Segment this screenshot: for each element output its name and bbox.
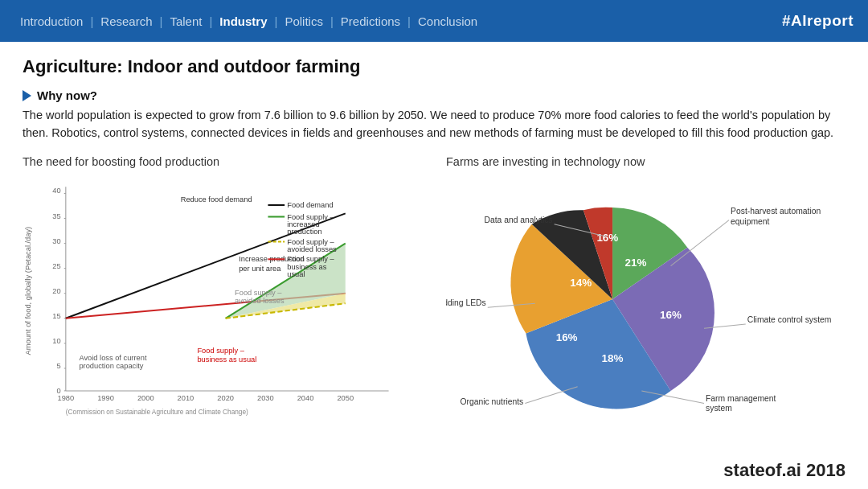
pie-chart-svg: 21% 16% 18% 16% 14% 16% Data and analyti…: [446, 175, 845, 424]
why-now-section: Why now? The world population is expecte…: [23, 88, 845, 142]
pie-chart-container: 21% 16% 18% 16% 14% 16% Data and analyti…: [446, 175, 845, 424]
svg-text:10: 10: [52, 337, 60, 345]
left-chart: The need for boosting food production 0 …: [23, 155, 422, 424]
svg-text:business as usual: business as usual: [197, 355, 256, 364]
svg-text:30: 30: [52, 237, 60, 245]
svg-text:avoided losses: avoided losses: [235, 297, 285, 305]
svg-text:Food supply –: Food supply –: [197, 347, 244, 355]
svg-text:5: 5: [56, 362, 60, 370]
svg-text:production capacity: production capacity: [79, 362, 143, 370]
triangle-icon: [23, 90, 31, 101]
svg-text:18%: 18%: [602, 352, 624, 364]
svg-text:2050: 2050: [337, 394, 354, 402]
svg-text:1990: 1990: [97, 394, 114, 402]
page-title: Agriculture: Indoor and outdoor farming: [23, 56, 845, 77]
charts-row: The need for boosting food production 0 …: [23, 155, 845, 424]
svg-text:16%: 16%: [596, 231, 618, 243]
svg-text:2010: 2010: [178, 394, 194, 402]
svg-text:Data and analytics: Data and analytics: [484, 216, 552, 224]
svg-text:Climate control system: Climate control system: [747, 315, 832, 324]
svg-text:Food supply –: Food supply –: [235, 289, 282, 297]
svg-text:per unit area: per unit area: [239, 265, 281, 273]
svg-text:2030: 2030: [257, 394, 274, 402]
svg-text:equipment: equipment: [731, 217, 769, 226]
svg-text:(Commission on Sustainable Agr: (Commission on Sustainable Agriculture a…: [66, 409, 248, 416]
svg-text:production: production: [287, 228, 321, 236]
svg-text:usual: usual: [287, 270, 305, 278]
svg-text:2000: 2000: [137, 394, 154, 402]
nav-item-talent[interactable]: Talent: [164, 14, 207, 28]
right-chart: Farms are investing in technology now: [446, 155, 845, 424]
svg-text:16%: 16%: [660, 309, 682, 321]
bottom-branding: stateof.ai 2018: [723, 460, 845, 481]
main-content: Agriculture: Indoor and outdoor farming …: [0, 42, 868, 432]
left-chart-title: The need for boosting food production: [23, 155, 422, 168]
svg-text:15: 15: [52, 312, 60, 320]
svg-text:Amount of food, globally (Peta: Amount of food, globally (Petacal./day): [24, 227, 32, 355]
svg-text:25: 25: [52, 262, 60, 270]
body-text: The world population is expected to grow…: [23, 106, 842, 142]
svg-text:2040: 2040: [297, 394, 314, 402]
svg-text:Adding LEDs: Adding LEDs: [446, 298, 486, 307]
nav-links: Introduction | Research | Talent | Indus…: [14, 14, 483, 28]
top-navigation: Introduction | Research | Talent | Indus…: [0, 0, 868, 42]
nav-item-industry[interactable]: Industry: [214, 14, 272, 28]
svg-text:Organic nutrients: Organic nutrients: [461, 397, 524, 406]
svg-text:system: system: [706, 404, 732, 413]
svg-text:Reduce food demand: Reduce food demand: [181, 195, 252, 203]
nav-item-politics[interactable]: Politics: [279, 14, 329, 28]
why-now-label: Why now?: [23, 88, 845, 102]
svg-text:35: 35: [52, 212, 60, 220]
nav-item-predictions[interactable]: Predictions: [335, 14, 406, 28]
svg-text:Post-harvest automation: Post-harvest automation: [731, 207, 821, 216]
svg-text:Farm management: Farm management: [706, 394, 776, 403]
svg-text:21%: 21%: [625, 257, 647, 269]
svg-text:14%: 14%: [570, 277, 592, 289]
branding-text: stateof.ai 2018: [723, 460, 845, 480]
line-chart-container: 0 5 10 15 20 25 30 35 40: [23, 175, 422, 424]
right-chart-title: Farms are investing in technology now: [446, 155, 845, 168]
svg-text:16%: 16%: [556, 331, 578, 343]
nav-item-conclusion[interactable]: Conclusion: [412, 14, 483, 28]
nav-item-research[interactable]: Research: [95, 14, 158, 28]
line-chart-svg: 0 5 10 15 20 25 30 35 40: [23, 175, 422, 424]
svg-text:avoided losses: avoided losses: [287, 245, 337, 253]
svg-text:40: 40: [52, 187, 60, 195]
svg-text:Avoid loss of current: Avoid loss of current: [79, 354, 146, 362]
hashtag-label: #AIreport: [782, 12, 854, 30]
nav-item-introduction[interactable]: Introduction: [14, 14, 88, 28]
svg-text:20: 20: [52, 287, 60, 295]
svg-text:1980: 1980: [57, 394, 74, 402]
svg-text:2020: 2020: [217, 394, 234, 402]
svg-text:Food demand: Food demand: [287, 201, 333, 209]
